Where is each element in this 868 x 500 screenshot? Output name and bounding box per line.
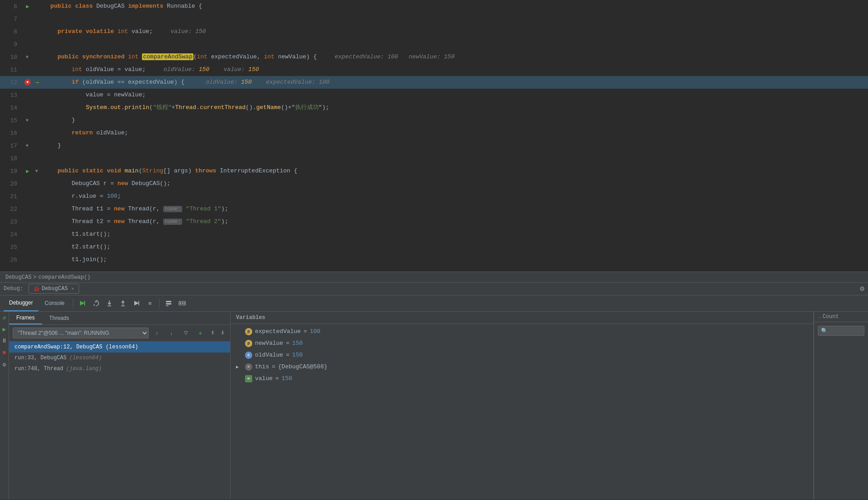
line-number-12: 12: [0, 79, 23, 86]
memory-search-input[interactable]: [818, 326, 864, 336]
code-line-25: 25 t2.start();: [0, 241, 868, 253]
breadcrumb-separator: >: [33, 274, 37, 281]
frame-add-button[interactable]: +: [194, 327, 207, 339]
var-item-value: ∞ value = 150: [231, 373, 813, 385]
memory-content: [814, 322, 868, 500]
code-line-17: 17 ▼ }: [0, 139, 868, 152]
var-eq-this: =: [272, 363, 275, 370]
var-icon-expectedValue: p: [245, 328, 252, 335]
line-number-26: 26: [0, 257, 23, 263]
frame-location-1: (lesson64): [69, 355, 102, 361]
variables-list: p expectedValue = 100 p newValue = 150 c: [231, 324, 813, 500]
code-line-15: 15 ▼ }: [0, 114, 868, 127]
debug-left-sidebar: ↺ ▶ ⏸ ■ ⚙: [0, 312, 9, 500]
breakpoint-dot-12[interactable]: ●: [24, 79, 31, 86]
code-content-22: Thread t1 = new Thread(r, name: "Thread …: [42, 203, 868, 215]
frame-scroll-up[interactable]: ⬆: [208, 330, 217, 336]
breadcrumb-bar: DebugCAS > compareAndSwap(): [0, 271, 868, 282]
breadcrumb-class[interactable]: DebugCAS: [5, 274, 32, 281]
current-line-arrow: →: [33, 79, 42, 86]
code-line-8: 8 private volatile int value; value: 150: [0, 25, 868, 38]
code-line-12: 12 ● → if (oldValue == expectedValue) { …: [0, 76, 868, 89]
code-line-11: 11 int oldValue = value; oldValue: 150 v…: [0, 63, 868, 76]
step-into-button[interactable]: [103, 297, 116, 310]
line-number-15: 15: [0, 117, 23, 124]
code-content-19: public static void main(String[] args) t…: [42, 165, 868, 177]
breadcrumb-method[interactable]: compareAndSwap(): [38, 274, 90, 281]
run-to-cursor-button[interactable]: [130, 297, 143, 310]
frame-item-2[interactable]: run:748, Thread (java.lang): [9, 363, 230, 374]
code-content-10: public synchronized int compareAndSwap(i…: [42, 51, 868, 63]
code-line-14: 14 System.out.println("线程"+Thread.curren…: [0, 101, 868, 114]
step-out-button[interactable]: [117, 297, 129, 310]
line-number-14: 14: [0, 105, 23, 111]
var-icon-oldValue: c: [245, 352, 252, 359]
svg-rect-1: [84, 301, 85, 305]
code-line-22: 22 Thread t1 = new Thread(r, name: "Thre…: [0, 203, 868, 215]
frames-list-button[interactable]: [162, 297, 175, 310]
frame-scroll-down[interactable]: ⬇: [218, 330, 226, 336]
frames-tabs: Frames Threads: [9, 312, 230, 325]
toolbar-separator-1: [73, 299, 73, 308]
code-line-6: 6 ▶ public class DebugCAS implements Run…: [0, 0, 868, 13]
code-line-26: 26 t1.join();: [0, 253, 868, 266]
var-item-this: ▶ ≡ this = {DebugCAS@508}: [231, 361, 813, 373]
line-number-13: 13: [0, 92, 23, 99]
var-icon-this: ≡: [245, 363, 252, 371]
tab-frames[interactable]: Frames: [9, 312, 42, 324]
debug-toolbar: Debugger Console: [0, 295, 868, 312]
code-line-13: 13 value = newValue;: [0, 89, 868, 101]
code-line-23: 23 Thread t2 = new Thread(r, name: "Thre…: [0, 215, 868, 228]
frame-method-2: run:748, Thread: [14, 366, 63, 372]
frame-item-0[interactable]: compareAndSwap:12, DebugCAS (lesson64): [9, 342, 230, 352]
frame-item-1[interactable]: run:33, DebugCAS (lesson64): [9, 352, 230, 363]
code-line-24: 24 t1.start();: [0, 228, 868, 241]
debug-tab-debugcas[interactable]: 🐞 DebugCAS ✕: [28, 284, 79, 294]
var-name-expectedValue: expectedValue: [255, 328, 301, 335]
debug-tab-close[interactable]: ✕: [71, 286, 74, 291]
step-over-button[interactable]: [90, 297, 102, 310]
svg-rect-15: [184, 302, 184, 304]
line-number-25: 25: [0, 244, 23, 251]
code-content-26: t1.join();: [42, 253, 868, 266]
line-number-16: 16: [0, 130, 23, 137]
restart-icon[interactable]: ↺: [0, 314, 9, 322]
thread-selector[interactable]: "Thread 2"@506 ... "main": RUNNING: [13, 328, 149, 338]
line-number-9: 9: [0, 41, 23, 48]
memory-view-button[interactable]: [176, 297, 189, 310]
code-line-10: 10 ▼ public synchronized int compareAndS…: [0, 51, 868, 63]
var-name-newValue: newValue: [255, 340, 283, 347]
tab-console[interactable]: Console: [39, 295, 70, 311]
pause-icon[interactable]: ⏸: [0, 337, 9, 345]
svg-rect-13: [180, 302, 181, 304]
run-to-cursor-6[interactable]: ▶: [23, 3, 33, 10]
var-val-value: 150: [282, 375, 292, 382]
var-expand-this[interactable]: ▶: [236, 364, 242, 370]
evaluate-button[interactable]: ≡: [144, 297, 156, 310]
settings-gear-icon[interactable]: ⚙: [860, 284, 864, 293]
code-line-19: 19 ▶ ▼ public static void main(String[] …: [0, 165, 868, 177]
code-line-21: 21 r.value = 100;: [0, 190, 868, 203]
breakpoint-gutter-19[interactable]: ▼: [33, 169, 42, 174]
tab-threads[interactable]: Threads: [42, 312, 76, 324]
play-icon[interactable]: ▶: [0, 325, 9, 333]
frame-up-button[interactable]: ↑: [151, 327, 163, 339]
var-item-oldValue: c oldValue = 150: [231, 349, 813, 361]
line-number-10: 10: [0, 54, 23, 61]
frame-down-button[interactable]: ↓: [165, 327, 178, 339]
tab-debugger[interactable]: Debugger: [4, 295, 38, 311]
frame-method-1: run:33, DebugCAS: [14, 355, 66, 361]
gutter-19: ▶: [23, 168, 33, 175]
settings-icon[interactable]: ⚙: [0, 361, 9, 369]
resume-button[interactable]: [76, 297, 89, 310]
frame-filter-button[interactable]: ▽: [179, 327, 192, 339]
debug-body: ↺ ▶ ⏸ ■ ⚙ Frames Threads "Thread 2"@506 …: [0, 312, 868, 500]
code-line-9: 9: [0, 38, 868, 51]
var-item-expectedValue: p expectedValue = 100: [231, 326, 813, 338]
svg-marker-7: [134, 301, 139, 305]
code-content-13: value = newValue;: [42, 89, 868, 101]
code-content-8: private volatile int value; value: 150: [42, 25, 868, 38]
stop-icon[interactable]: ■: [0, 349, 9, 357]
debug-header: Debug: 🐞 DebugCAS ✕ ⚙: [0, 283, 868, 295]
memory-panel: … Count: [814, 312, 868, 500]
